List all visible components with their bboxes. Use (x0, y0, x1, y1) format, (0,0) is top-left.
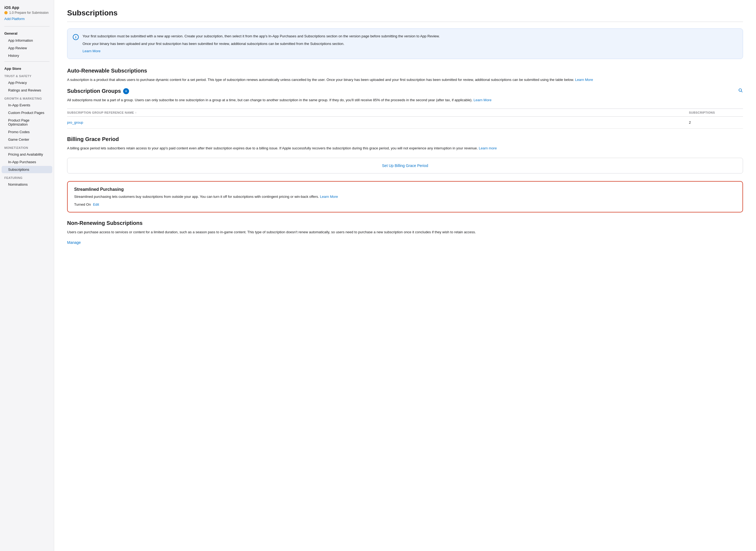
billing-grace-text: A billing grace period lets subscribers … (67, 146, 743, 151)
streamlined-edit-link[interactable]: Edit (93, 202, 99, 206)
billing-grace-learn-more[interactable]: Learn more (479, 146, 497, 150)
subscription-groups-learn-more[interactable]: Learn More (474, 98, 491, 102)
sidebar-item-in-app-events[interactable]: In-App Events (2, 101, 52, 109)
setup-billing-grace-container: Set Up Billing Grace Period (67, 158, 743, 173)
search-subscription-groups-button[interactable] (738, 88, 743, 94)
info-box-text: Your first subscription must be submitte… (82, 34, 440, 54)
info-learn-more-link[interactable]: Learn More (82, 49, 100, 53)
auto-renewable-text: A subscription is a product that allows … (67, 77, 743, 83)
featuring-title: FEATURING (0, 173, 54, 180)
billing-grace-section: Billing Grace Period A billing grace per… (67, 136, 743, 151)
version-dot (4, 11, 8, 14)
streamlined-status: Turned On Edit (74, 202, 736, 206)
divider-general (4, 61, 49, 62)
svg-line-1 (741, 91, 742, 92)
page-title: Subscriptions (67, 9, 743, 17)
trust-safety-title: TRUST & SAFETY (0, 72, 54, 79)
col-header-subscriptions: SUBSCRIPTIONS (689, 111, 743, 114)
add-subscription-group-button[interactable]: + (123, 88, 129, 94)
sidebar-item-custom-product-pages[interactable]: Custom Product Pages (2, 109, 52, 116)
info-icon: i (73, 34, 79, 40)
info-line2: Once your binary has been uploaded and y… (82, 41, 440, 47)
sidebar-item-app-information[interactable]: App Information (2, 37, 52, 44)
streamlined-title: Streamlined Purchasing (74, 187, 736, 192)
streamlined-text: Streamlined purchasing lets customers bu… (74, 194, 736, 200)
billing-grace-heading: Billing Grace Period (67, 136, 743, 142)
sidebar-item-nominations[interactable]: Nominations (2, 181, 52, 188)
sidebar-item-app-review[interactable]: App Review (2, 44, 52, 52)
sidebar-item-app-privacy[interactable]: App Privacy (2, 79, 52, 86)
app-store-group-title: App Store (0, 64, 54, 72)
non-renewing-manage-link[interactable]: Manage (67, 240, 81, 245)
sidebar-item-product-page-optimization[interactable]: Product Page Optimization (2, 117, 52, 128)
subscription-groups-title: Subscription Groups + (67, 88, 129, 94)
sidebar-item-subscriptions[interactable]: Subscriptions (2, 166, 52, 173)
app-version: 1.0 Prepare for Submission (0, 11, 54, 17)
growth-marketing-title: GROWTH & MARKETING (0, 94, 54, 101)
sidebar-item-promo-codes[interactable]: Promo Codes (2, 128, 52, 136)
sidebar-item-pricing-availability[interactable]: Pricing and Availability (2, 151, 52, 158)
sidebar-item-ratings-reviews[interactable]: Ratings and Reviews (2, 87, 52, 94)
page-divider (67, 22, 743, 22)
non-renewing-heading: Non-Renewing Subscriptions (67, 220, 743, 226)
divider-top (4, 26, 49, 27)
sidebar-item-in-app-purchases[interactable]: In-App Purchases (2, 158, 52, 166)
subscription-groups-text: All subscriptions must be a part of a gr… (67, 97, 743, 103)
sidebar-item-game-center[interactable]: Game Center (2, 136, 52, 143)
general-group-title: General (0, 29, 54, 37)
subscription-groups-header: Subscription Groups + (67, 88, 743, 94)
subscription-groups-table: SUBSCRIPTION GROUP REFERENCE NAME ↑ SUBS… (67, 108, 743, 128)
col-header-name: SUBSCRIPTION GROUP REFERENCE NAME ↑ (67, 111, 689, 114)
monetization-title: MONETIZATION (0, 143, 54, 150)
auto-renewable-learn-more[interactable]: Learn More (575, 78, 593, 82)
main-content: Subscriptions i Your first subscription … (54, 0, 756, 551)
table-header: SUBSCRIPTION GROUP REFERENCE NAME ↑ SUBS… (67, 109, 743, 117)
setup-billing-grace-link[interactable]: Set Up Billing Grace Period (382, 163, 428, 168)
auto-renewable-heading: Auto-Renewable Subscriptions (67, 68, 743, 74)
info-line1: Your first subscription must be submitte… (82, 34, 440, 39)
sidebar: iOS App 1.0 Prepare for Submission Add P… (0, 0, 54, 551)
table-row: pro_group 2 (67, 117, 743, 128)
non-renewing-text: Users can purchase access to services or… (67, 229, 743, 235)
streamlined-learn-more[interactable]: Learn More (320, 194, 338, 199)
group-subscriptions-count: 2 (689, 120, 743, 124)
non-renewing-section: Non-Renewing Subscriptions Users can pur… (67, 220, 743, 245)
app-title: iOS App (0, 5, 54, 11)
sidebar-item-history[interactable]: History (2, 52, 52, 59)
group-name-link[interactable]: pro_group (67, 120, 689, 124)
info-box: i Your first subscription must be submit… (67, 28, 743, 59)
streamlined-purchasing-box: Streamlined Purchasing Streamlined purch… (67, 181, 743, 212)
add-platform-link[interactable]: Add Platform (0, 17, 54, 24)
